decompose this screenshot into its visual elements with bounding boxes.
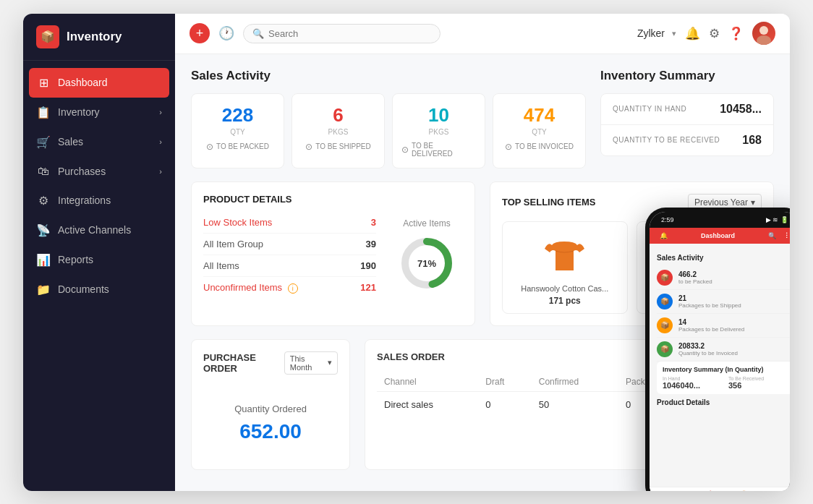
pd-row-unconfirmed: Unconfirmed Items i 121	[203, 277, 376, 299]
add-button[interactable]: +	[190, 23, 210, 43]
phone-invoiced-label: Quantity to be Invoiced	[678, 350, 790, 356]
svg-point-0	[759, 26, 768, 35]
avatar-image	[752, 22, 775, 45]
integrations-icon: ⚙	[36, 194, 51, 208]
product-details-section: PRODUCT DETAILS Low Stock Items 3 All It…	[191, 181, 475, 326]
purchase-order-section: PURCHASE ORDER This Month ▾ Quantity Ord…	[191, 339, 350, 470]
search-input[interactable]	[268, 28, 431, 39]
sa-invoiced-sub: Qty	[532, 128, 547, 136]
phone-delivered-label: Packages to be Delivered	[678, 326, 790, 333]
all-items-label: All Items	[203, 260, 239, 271]
phone-sa-text-4: 20833.2 Quantity to be Invoiced	[678, 342, 790, 356]
sa-packed-desc: ⊙ TO BE PACKED	[206, 142, 269, 152]
top-selling-title: TOP SELLING ITEMS	[502, 197, 596, 208]
po-period-dropdown[interactable]: This Month ▾	[284, 351, 338, 375]
phone-statusbar: 2:59 ▶ ≋ 🔋	[650, 212, 790, 228]
sidebar-item-label: Sales	[58, 136, 83, 148]
phone-shipped-value: 21	[678, 294, 790, 302]
history-icon[interactable]: 🕐	[218, 25, 234, 41]
phone-nav-packages[interactable]: 📦 Packages	[725, 490, 762, 491]
phone-inv-in-hand: In Hand 1046040...	[663, 376, 721, 390]
sidebar-item-purchases[interactable]: 🛍 Purchases ›	[23, 157, 175, 186]
dashboard-icon: ⊞	[36, 76, 51, 90]
inventory-icon: 📋	[36, 106, 51, 119]
sidebar-item-label: Dashboard	[58, 77, 108, 88]
packed-desc-icon: ⊙	[206, 142, 213, 152]
topbar: + 🕐 🔍 Zylker ▾ 🔔 ⚙ ❓	[175, 14, 790, 54]
inv-sum-row-to-receive: QUANTITY TO BE RECEIVED 168	[601, 125, 773, 155]
phone-sa-text-1: 466.2 to be Packed	[678, 270, 790, 285]
phone-delivered-value: 14	[678, 318, 790, 326]
phone-more-nav-icon: ⋯	[777, 490, 786, 491]
phone-nav-more[interactable]: ⋯ More	[762, 490, 790, 491]
sa-shipped-sub: Pkgs	[328, 128, 349, 136]
sidebar-item-integrations[interactable]: ⚙ Integrations	[23, 186, 175, 215]
sidebar-item-documents[interactable]: 📁 Documents	[23, 275, 175, 304]
sidebar-item-label: Reports	[58, 254, 93, 265]
sidebar: 📦 Inventory ⊞ Dashboard 📋 Inventory › 🛒 …	[23, 14, 175, 491]
sa-invoiced-desc: ⊙ TO BE INVOICED	[505, 142, 574, 152]
phone-in-hand-label: In Hand	[663, 376, 721, 381]
sidebar-item-label: Purchases	[58, 166, 106, 177]
donut-label: 71%	[417, 257, 436, 268]
sa-invoiced-desc-text: TO BE INVOICED	[515, 142, 574, 150]
bell-icon[interactable]: 🔔	[685, 26, 700, 41]
logo-text: Inventory	[67, 30, 122, 44]
gear-icon[interactable]: ⚙	[709, 26, 720, 41]
sidebar-item-reports[interactable]: 📊 Reports	[23, 245, 175, 275]
pd-stats: Low Stock Items 3 All Item Group 39 All …	[203, 212, 376, 299]
inventory-summary-title: Inventory Summary	[600, 69, 774, 83]
inventory-summary-section: Inventory Summary QUANTITY IN HAND 10458…	[600, 69, 774, 168]
chevron-right-icon: ›	[159, 167, 162, 176]
to-receive-label: QUANTITY TO BE RECEIVED	[613, 136, 720, 144]
sa-packed-sub: Qty	[230, 128, 245, 136]
top-sections-row: Sales Activity 228 Qty ⊙ TO BE PACKED 6	[191, 69, 774, 168]
sidebar-item-dashboard[interactable]: ⊞ Dashboard	[29, 68, 169, 98]
phone-packed-icon: 📦	[657, 270, 673, 286]
ts-item-1-image	[540, 229, 590, 280]
search-bar[interactable]: 🔍	[243, 24, 440, 43]
phone-sales-activity-title: Sales Activity	[657, 254, 790, 262]
to-receive-value: 168	[742, 134, 762, 147]
info-icon[interactable]: i	[288, 283, 298, 294]
sidebar-item-label: Active Channels	[58, 224, 131, 236]
chevron-right-icon: ›	[159, 137, 162, 146]
low-stock-label: Low Stock Items	[203, 217, 272, 228]
sa-delivered-desc-text: TO BE DELIVERED	[412, 142, 476, 158]
phone-nav-dashboard[interactable]: ⊞ Dashboard	[650, 490, 687, 491]
phone-status-icons: ▶ ≋ 🔋	[766, 216, 788, 223]
shipped-desc-icon: ⊙	[305, 142, 312, 152]
inventory-summary-rows: QUANTITY IN HAND 10458... QUANTITY TO BE…	[600, 93, 774, 156]
user-menu[interactable]: Zylker ▾	[637, 27, 676, 39]
phone-dashboard-icon: ⊞	[665, 490, 672, 491]
po-qty-value: 652.00	[239, 420, 302, 443]
sa-card-packed: 228 Qty ⊙ TO BE PACKED	[191, 93, 284, 168]
sidebar-logo: 📦 Inventory	[23, 14, 175, 61]
sidebar-item-active-channels[interactable]: 📡 Active Channels	[23, 215, 175, 245]
avatar[interactable]	[752, 22, 775, 45]
sa-delivered-sub: Pkgs	[429, 128, 449, 136]
po-content: Quantity Ordered 652.00	[203, 389, 338, 458]
phone-packed-value: 466.2	[678, 270, 790, 278]
logo-icon: 📦	[36, 25, 59, 48]
product-details-title: PRODUCT DETAILS	[203, 194, 463, 205]
pd-row-item-group: All Item Group 39	[203, 234, 376, 255]
sa-delivered-desc: ⊙ TO BE DELIVERED	[401, 142, 476, 158]
phone-inventory-summary: Inventory Summary (In Quantity) In Hand …	[657, 362, 790, 394]
sidebar-item-inventory[interactable]: 📋 Inventory ›	[23, 98, 175, 127]
phone-inner: 2:59 ▶ ≋ 🔋 🔔 Dashboard 🔍 ⋮ Sales Activit…	[650, 212, 790, 491]
phone-shipped-icon: 📦	[657, 294, 673, 309]
sidebar-item-sales[interactable]: 🛒 Sales ›	[23, 127, 175, 157]
phone-packages-icon: 📦	[738, 490, 749, 491]
phone-time: 2:59	[661, 216, 674, 223]
ts-item-1-count: 171 pcs	[549, 296, 581, 306]
phone-product-details-title: Product Details	[657, 398, 790, 406]
phone-packed-label: to be Packed	[678, 278, 790, 285]
sa-packed-desc-text: TO BE PACKED	[216, 142, 269, 150]
phone-nav-sales-orders[interactable]: 🛒 Sales Orders	[687, 490, 725, 491]
help-icon[interactable]: ❓	[728, 26, 744, 41]
pd-row-all-items: All Items 190	[203, 255, 376, 277]
po-title: PURCHASE ORDER	[203, 352, 284, 374]
phone-sales-orders-icon: 🛒	[701, 490, 712, 491]
search-icon: 🔍	[252, 28, 264, 39]
